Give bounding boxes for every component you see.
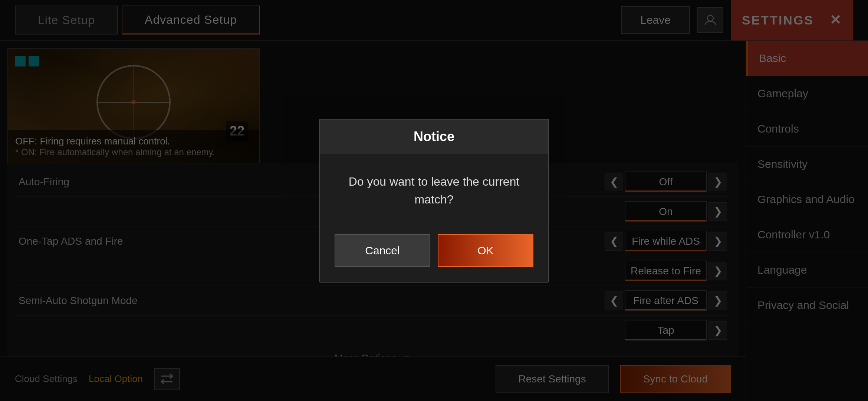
modal-title: Notice (320, 120, 548, 154)
modal-message: Do you want to leave the current match? (349, 175, 520, 206)
modal-cancel-button[interactable]: Cancel (335, 234, 430, 267)
modal-overlay: Notice Do you want to leave the current … (0, 0, 868, 401)
modal-ok-button[interactable]: OK (438, 234, 533, 267)
modal-body: Do you want to leave the current match? (320, 154, 548, 227)
notice-modal: Notice Do you want to leave the current … (319, 119, 549, 283)
modal-buttons: Cancel OK (320, 227, 548, 282)
